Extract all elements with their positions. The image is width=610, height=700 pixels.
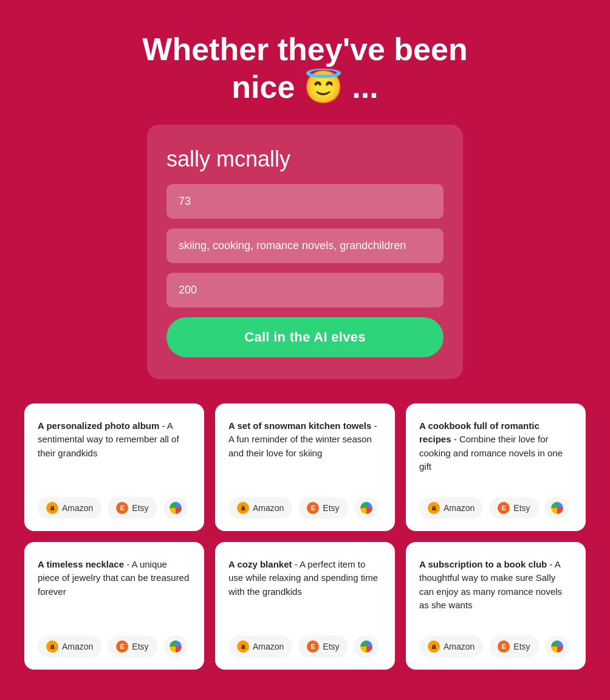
gift-card-2-title: A set of snowman kitchen towels <box>228 420 371 431</box>
amazon-link-1[interactable]: a Amazon <box>38 497 101 519</box>
google-icon <box>551 502 563 514</box>
etsy-label: Etsy <box>513 503 530 513</box>
gift-card-5-title: A cozy blanket <box>228 559 292 569</box>
gift-card-6-title: A subscription to a book club <box>419 559 547 569</box>
gift-card-4-title: A timeless necklace <box>38 559 124 569</box>
google-link-5[interactable] <box>354 636 379 657</box>
etsy-link-6[interactable]: E Etsy <box>489 636 538 657</box>
google-icon <box>170 502 182 514</box>
amazon-icon: a <box>428 640 440 653</box>
amazon-label: Amazon <box>253 503 284 513</box>
gift-grid: A personalized photo album - A sentiment… <box>0 403 610 700</box>
gift-card-6: A subscription to a book club - A though… <box>406 542 586 670</box>
gift-card-1-text: A personalized photo album - A sentiment… <box>38 419 191 485</box>
gift-card-3: A cookbook full of romantic recipes - Co… <box>406 403 586 531</box>
google-link-1[interactable] <box>163 497 188 519</box>
google-link-4[interactable] <box>163 636 188 657</box>
etsy-link-5[interactable]: E Etsy <box>298 636 348 657</box>
google-icon <box>551 640 563 653</box>
amazon-label: Amazon <box>62 503 93 513</box>
amazon-icon: a <box>428 502 440 514</box>
amazon-icon: a <box>237 502 249 514</box>
gift-card-5: A cozy blanket - A perfect item to use w… <box>215 542 395 670</box>
gift-card-3-links: a Amazon E Etsy <box>419 497 572 519</box>
etsy-label: Etsy <box>323 642 339 651</box>
age-input[interactable] <box>166 184 444 219</box>
gift-card-1-links: a Amazon E Etsy <box>38 497 191 519</box>
gift-card-5-links: a Amazon E Etsy <box>228 636 382 657</box>
amazon-label: Amazon <box>444 503 475 513</box>
etsy-link-2[interactable]: E Etsy <box>298 497 348 519</box>
etsy-label: Etsy <box>132 503 148 513</box>
etsy-icon: E <box>116 640 128 653</box>
gift-card-1: A personalized photo album - A sentiment… <box>24 403 204 531</box>
gift-card-2-links: a Amazon E Etsy <box>228 497 382 519</box>
google-icon <box>170 640 182 653</box>
submit-button[interactable]: Call in the AI elves <box>166 317 444 357</box>
gift-card-1-title: A personalized photo album <box>38 420 159 431</box>
amazon-label: Amazon <box>444 642 475 651</box>
etsy-icon: E <box>307 502 319 514</box>
etsy-label: Etsy <box>323 503 339 513</box>
amazon-link-3[interactable]: a Amazon <box>419 497 483 519</box>
gift-form: sally mcnally Call in the AI elves <box>147 125 463 379</box>
etsy-link-3[interactable]: E Etsy <box>489 497 538 519</box>
etsy-link-1[interactable]: E Etsy <box>108 497 157 519</box>
amazon-link-2[interactable]: a Amazon <box>228 497 292 519</box>
etsy-label: Etsy <box>132 642 148 651</box>
etsy-icon: E <box>307 640 319 653</box>
amazon-link-5[interactable]: a Amazon <box>228 636 292 657</box>
etsy-icon: E <box>498 640 510 653</box>
google-icon <box>360 502 372 514</box>
google-link-3[interactable] <box>545 497 569 519</box>
gift-card-6-links: a Amazon E Etsy <box>419 636 572 657</box>
budget-input[interactable] <box>166 273 444 307</box>
etsy-icon: E <box>498 502 510 514</box>
google-icon <box>360 640 372 653</box>
amazon-link-4[interactable]: a Amazon <box>38 636 101 657</box>
gift-card-3-text: A cookbook full of romantic recipes - Co… <box>419 419 572 485</box>
header-line1: Whether they've been <box>142 32 467 67</box>
etsy-label: Etsy <box>513 642 530 651</box>
form-recipient-name: sally mcnally <box>166 146 444 172</box>
amazon-label: Amazon <box>62 642 93 651</box>
amazon-icon: a <box>46 640 58 653</box>
page-header: Whether they've been nice 😇 ... <box>0 0 610 125</box>
gift-card-5-text: A cozy blanket - A perfect item to use w… <box>228 558 382 623</box>
gift-card-2-text: A set of snowman kitchen towels - A fun … <box>228 419 382 485</box>
interests-input[interactable] <box>166 228 444 263</box>
amazon-label: Amazon <box>253 642 284 651</box>
gift-card-4-text: A timeless necklace - A unique piece of … <box>38 558 191 623</box>
etsy-icon: E <box>116 502 128 514</box>
amazon-icon: a <box>46 502 58 514</box>
header-line2: nice 😇 ... <box>231 69 378 105</box>
etsy-link-4[interactable]: E Etsy <box>108 636 157 657</box>
gift-card-2: A set of snowman kitchen towels - A fun … <box>215 403 395 531</box>
gift-card-4: A timeless necklace - A unique piece of … <box>24 542 204 670</box>
gift-card-6-text: A subscription to a book club - A though… <box>419 558 572 623</box>
amazon-icon: a <box>237 640 249 653</box>
google-link-6[interactable] <box>545 636 569 657</box>
amazon-link-6[interactable]: a Amazon <box>419 636 483 657</box>
google-link-2[interactable] <box>354 497 379 519</box>
gift-card-4-links: a Amazon E Etsy <box>38 636 191 657</box>
